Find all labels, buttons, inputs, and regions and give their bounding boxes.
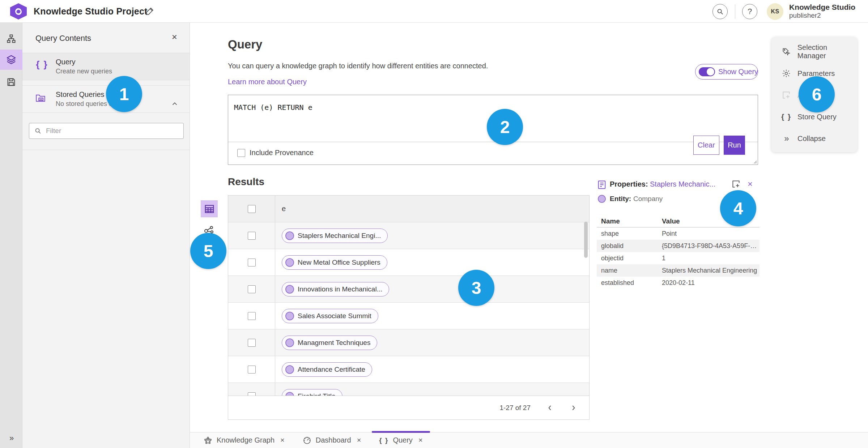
tab-dashboard[interactable]: Dashboard × (295, 432, 369, 448)
table-row[interactable]: Innovations in Mechanical... (228, 276, 589, 303)
stored-queries-folder-icon (35, 93, 49, 103)
user-role: publisher2 (789, 12, 855, 20)
tab-knowledge-graph[interactable]: Knowledge Graph × (196, 432, 292, 448)
chevron-up-icon[interactable] (171, 100, 179, 108)
menu-item-label: Selection Manager (797, 43, 857, 60)
row-checkbox[interactable] (248, 232, 256, 240)
expand-rail-button[interactable]: » (0, 434, 22, 443)
entity-pill[interactable]: Attendance Certificate (282, 362, 372, 377)
add-frame-icon (781, 90, 792, 100)
properties-entity-link[interactable]: Staplers Mechanic... (650, 180, 715, 188)
close-tab-icon[interactable]: × (357, 436, 361, 444)
tab-label: Knowledge Graph (217, 436, 275, 444)
entity-pill[interactable]: Staplers Mechanical Engi... (282, 229, 388, 243)
rail-save-button[interactable] (0, 72, 22, 92)
entity-dot-icon (285, 258, 294, 267)
toggle-switch-on[interactable] (699, 67, 715, 76)
tab-label: Query (393, 436, 412, 444)
close-tab-icon[interactable]: × (418, 436, 423, 444)
learn-more-link[interactable]: Learn more about Query (228, 78, 307, 86)
next-page-icon[interactable] (570, 404, 577, 411)
search-button[interactable] (712, 4, 728, 19)
braces-icon: { } (379, 436, 388, 444)
double-chevron-right-icon: » (781, 133, 792, 144)
callout-2: 2 (487, 109, 523, 145)
property-row[interactable]: globalid {5D9B4713-F98D-4A53-A59F-C11... (597, 240, 760, 252)
app-logo-icon[interactable] (10, 3, 27, 20)
callout-6: 6 (799, 76, 835, 112)
entity-pill[interactable]: Sales Associate Summit (282, 309, 378, 323)
previous-page-icon[interactable] (546, 404, 554, 411)
show-query-toggle[interactable]: Show Query (695, 64, 758, 80)
table-row[interactable]: New Metal Office Suppliers (228, 249, 589, 276)
panel-item-query[interactable]: { } Query Create new queries (22, 53, 190, 80)
results-column-header[interactable]: e (275, 196, 589, 222)
bottom-tab-bar: Knowledge Graph × Dashboard × { } Query … (190, 432, 868, 448)
table-view-button[interactable] (201, 200, 218, 217)
menu-item-label: Collapse (797, 135, 826, 143)
row-checkbox[interactable] (248, 312, 256, 320)
results-table: e Staplers Mechanical Engi... New Metal … (228, 195, 590, 420)
panel-item-stored-queries[interactable]: Stored Queries No stored queries exist (22, 85, 190, 113)
entity-pill[interactable]: Firebird Title (282, 389, 342, 396)
hierarchy-icon (6, 34, 16, 44)
table-row[interactable]: Staplers Mechanical Engi... (228, 222, 589, 249)
layers-icon (6, 54, 17, 65)
row-checkbox[interactable] (248, 259, 256, 266)
braces-icon: { } (35, 59, 49, 70)
row-checkbox[interactable] (248, 366, 256, 374)
collapse-item[interactable]: » Collapse (771, 128, 857, 149)
edit-title-pencil-icon[interactable] (145, 6, 156, 17)
entity-pill[interactable]: Managment Techniques (282, 336, 377, 350)
close-tab-icon[interactable]: × (280, 436, 285, 444)
row-checkbox[interactable] (248, 285, 256, 293)
property-row[interactable]: objectid 1 (597, 252, 760, 264)
properties-table: Name Value shape Point globalid {5D9B471… (597, 215, 760, 289)
topbar-divider (735, 4, 735, 19)
table-row[interactable]: Firebird Title (228, 383, 589, 396)
tab-query[interactable]: { } Query × (372, 432, 430, 448)
properties-label: Properties: (610, 180, 648, 188)
save-icon (6, 77, 16, 87)
clear-button[interactable]: Clear (693, 136, 719, 155)
entity-dot-icon (285, 338, 294, 347)
include-provenance-label: Include Provenance (250, 149, 314, 157)
panel-title: Query Contents (35, 34, 91, 43)
table-icon (204, 204, 215, 214)
table-row[interactable]: Attendance Certificate (228, 356, 589, 383)
filter-input[interactable] (29, 123, 184, 139)
entity-pill[interactable]: New Metal Office Suppliers (282, 255, 387, 270)
results-title: Results (228, 176, 264, 188)
panel-close-icon[interactable]: × (172, 32, 177, 42)
callout-1: 1 (106, 76, 142, 112)
property-row[interactable]: name Staplers Mechanical Engineering (597, 264, 760, 277)
property-row[interactable]: shape Point (597, 227, 760, 240)
include-provenance-checkbox[interactable] (237, 149, 245, 157)
dashboard-icon (303, 436, 311, 445)
run-button[interactable]: Run (724, 136, 745, 155)
property-row[interactable]: established 2020-02-11 (597, 277, 760, 289)
user-menu[interactable]: Knowledge Studio publisher2 (789, 3, 855, 20)
gear-icon (781, 69, 792, 78)
toggle-knob (707, 68, 714, 76)
include-provenance-row[interactable]: Include Provenance (237, 149, 314, 157)
double-chevron-right-icon: » (9, 434, 13, 443)
add-frame-icon[interactable] (731, 179, 741, 189)
table-row[interactable]: Sales Associate Summit (228, 303, 589, 329)
menu-item-label: Store Query (797, 113, 837, 121)
row-checkbox[interactable] (248, 339, 256, 347)
table-row[interactable]: Managment Techniques (228, 329, 589, 356)
select-all-checkbox[interactable] (248, 205, 256, 213)
selection-manager-item[interactable]: Selection Manager (771, 41, 857, 63)
question-icon: ? (748, 7, 752, 16)
avatar[interactable]: KS (767, 3, 783, 20)
rail-data-model-button[interactable] (0, 29, 22, 49)
callout-4: 4 (720, 190, 756, 226)
properties-close-icon[interactable]: × (748, 179, 753, 189)
entity-pill[interactable]: Innovations in Mechanical... (282, 282, 389, 296)
entity-dot-icon (285, 231, 294, 240)
results-scrollbar[interactable] (584, 222, 588, 258)
rail-layers-button[interactable] (0, 50, 22, 70)
help-button[interactable]: ? (742, 4, 757, 19)
results-header-row: e (228, 196, 589, 222)
